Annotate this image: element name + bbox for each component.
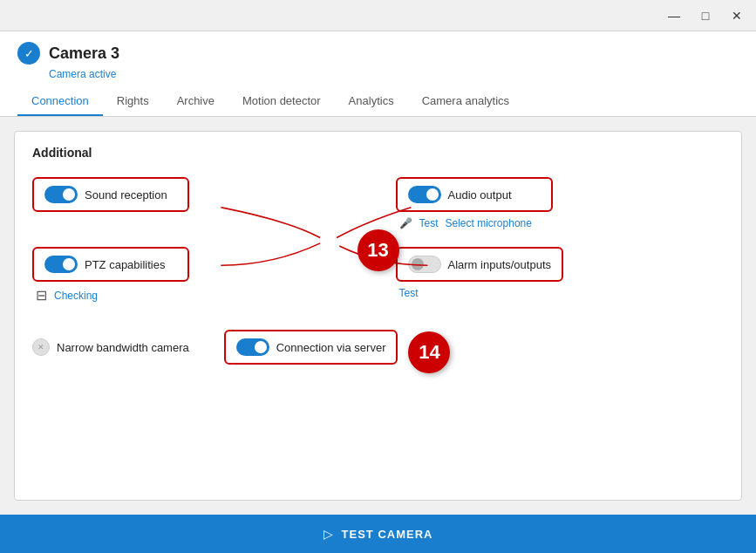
camera-name: Camera 3	[49, 44, 119, 63]
audio-output-toggle[interactable]: ✓	[408, 186, 441, 203]
narrow-bandwidth-toggle[interactable]: ✕	[32, 338, 50, 356]
main-content: Additional 13 ✓	[0, 117, 756, 515]
tab-camera-analytics[interactable]: Camera analytics	[408, 87, 523, 116]
narrow-bandwidth-label: Narrow bandwidth camera	[57, 341, 189, 354]
ptz-sliders-icon: ⊟	[36, 287, 47, 304]
badge-13: 13	[358, 229, 399, 271]
camera-title-row: ✓ Camera 3	[17, 42, 739, 65]
ptz-label: PTZ capabilities	[85, 258, 165, 271]
tab-rights[interactable]: Rights	[103, 87, 163, 116]
alarm-io-subrow: Test	[396, 287, 725, 299]
connection-server-toggle-row[interactable]: ✓ Connection via server	[224, 330, 398, 365]
ptz-toggle[interactable]: ✓	[44, 256, 78, 273]
audio-output-label: Audio output	[448, 188, 512, 201]
ptz-capabilities-group: ✓ PTZ capabilities ⊟ Checking	[32, 247, 361, 304]
test-alarm-link[interactable]: Test	[399, 287, 419, 299]
sound-reception-label: Sound reception	[85, 188, 167, 201]
alarm-io-toggle-row[interactable]: Alarm inputs/outputs	[396, 247, 564, 282]
title-bar: — □ ✕	[0, 0, 756, 31]
camera-icon: ✓	[17, 42, 40, 65]
sound-reception-group: ✓ Sound reception	[32, 177, 361, 229]
tab-connection[interactable]: Connection	[17, 87, 103, 116]
narrow-bandwidth-row: ✕ Narrow bandwidth camera	[32, 338, 189, 356]
audio-output-toggle-row[interactable]: ✓ Audio output	[396, 177, 553, 212]
audio-output-subrow: 🎤 Test Select microphone	[396, 217, 725, 229]
maximize-button[interactable]: □	[693, 5, 718, 26]
additional-panel: Additional 13 ✓	[14, 131, 742, 501]
bottom-options-row: ✕ Narrow bandwidth camera 14 ✓ Connectio…	[32, 330, 724, 365]
microphone-icon: 🎤	[399, 217, 412, 229]
tab-analytics[interactable]: Analytics	[335, 87, 408, 116]
alarm-io-toggle[interactable]	[408, 256, 441, 273]
tab-archive[interactable]: Archive	[163, 87, 228, 116]
connection-server-toggle[interactable]: ✓	[236, 338, 269, 356]
badge-14: 14	[408, 331, 450, 373]
sound-reception-toggle[interactable]: ✓	[44, 186, 78, 203]
camera-status: Camera active	[49, 68, 739, 80]
test-audio-link[interactable]: Test	[419, 217, 439, 229]
tabs-bar: Connection Rights Archive Motion detecto…	[17, 87, 739, 116]
alarm-io-label: Alarm inputs/outputs	[448, 258, 552, 271]
app-header: ✓ Camera 3 Camera active Connection Righ…	[0, 31, 756, 117]
minimize-button[interactable]: —	[662, 5, 686, 26]
tab-motion-detector[interactable]: Motion detector	[228, 87, 335, 116]
connection-server-label: Connection via server	[276, 341, 386, 354]
select-microphone-link[interactable]: Select microphone	[446, 217, 532, 229]
close-button[interactable]: ✕	[725, 5, 749, 26]
checking-link[interactable]: Checking	[54, 290, 98, 302]
window-controls: — □ ✕	[662, 5, 749, 26]
sound-reception-toggle-row[interactable]: ✓ Sound reception	[32, 177, 189, 212]
audio-output-group: ✓ Audio output 🎤 Test Select microphone	[396, 177, 725, 229]
ptz-subrow: ⊟ Checking	[32, 287, 361, 304]
panel-title: Additional	[32, 146, 724, 160]
alarm-io-group: Alarm inputs/outputs Test	[396, 247, 725, 304]
ptz-toggle-row[interactable]: ✓ PTZ capabilities	[32, 247, 189, 282]
test-camera-footer[interactable]: ▷ TEST CAMERA	[0, 515, 756, 553]
test-camera-label: TEST CAMERA	[342, 528, 433, 541]
play-icon: ▷	[324, 527, 333, 541]
